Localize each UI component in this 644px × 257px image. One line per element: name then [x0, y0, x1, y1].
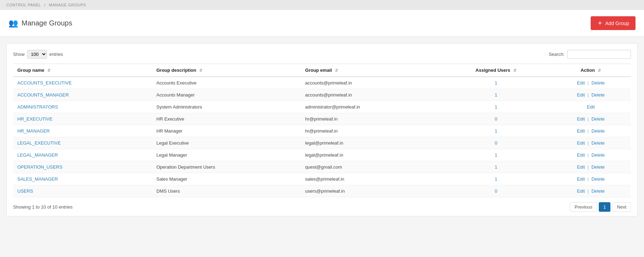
delete-action[interactable]: Delete — [591, 116, 605, 122]
page-1-button[interactable]: 1 — [599, 202, 610, 212]
cell-action: Edit | Delete — [551, 185, 631, 197]
edit-action[interactable]: Edit — [577, 80, 585, 86]
delete-action[interactable]: Delete — [591, 152, 605, 158]
table-header-row: Group name ⇵ Group description ⇵ Group e… — [13, 64, 631, 77]
col-group-description[interactable]: Group description ⇵ — [152, 64, 301, 77]
col-assigned-users[interactable]: Assigned Users ⇵ — [441, 64, 551, 77]
cell-action: Edit | Delete — [551, 113, 631, 125]
delete-action[interactable]: Delete — [591, 80, 605, 86]
cell-group-description: Legal Executive — [152, 137, 301, 149]
cell-group-description: Accounts Executive — [152, 77, 301, 89]
edit-action[interactable]: Edit — [587, 104, 595, 110]
delete-action[interactable]: Delete — [591, 176, 605, 182]
cell-assigned-users: 1 — [441, 161, 551, 173]
table-row: LEGAL_EXECUTIVELegal Executivelegal@prim… — [13, 137, 631, 149]
col-action[interactable]: Action ⇵ — [551, 64, 631, 77]
cell-group-name: HR_EXECUTIVE — [13, 113, 152, 125]
cell-group-email: legal@primeleaf.in — [301, 137, 441, 149]
edit-action[interactable]: Edit — [577, 164, 585, 170]
col-group-email[interactable]: Group email ⇵ — [301, 64, 441, 77]
cell-assigned-users: 1 — [441, 77, 551, 89]
next-page-button[interactable]: Next — [612, 202, 631, 212]
table-row: OPERATION_USERSOperation Department User… — [13, 161, 631, 173]
search-input[interactable] — [567, 50, 631, 59]
table-row: ACCOUNTS_MANAGERAccounts Manageraccounts… — [13, 89, 631, 101]
cell-group-name: LEGAL_EXECUTIVE — [13, 137, 152, 149]
cell-action: Edit | Delete — [551, 125, 631, 137]
cell-group-name: ADMINISTRATORS — [13, 101, 152, 113]
cell-action: Edit | Delete — [551, 161, 631, 173]
delete-action[interactable]: Delete — [591, 92, 605, 98]
previous-page-button[interactable]: Previous — [570, 202, 597, 212]
cell-assigned-users: 0 — [441, 137, 551, 149]
page-header: 👥 Manage Groups ＋ Add Group — [0, 10, 644, 37]
cell-assigned-users: 1 — [441, 101, 551, 113]
breadcrumb: CONTROL PANEL / MANAGE GROUPS — [0, 0, 644, 10]
cell-action: Edit | Delete — [551, 173, 631, 185]
show-label: Show — [13, 52, 25, 57]
sort-icon-group-description: ⇵ — [199, 68, 202, 73]
cell-assigned-users: 1 — [441, 89, 551, 101]
table-footer: Showing 1 to 10 of 10 entries Previous 1… — [13, 202, 631, 212]
delete-action[interactable]: Delete — [591, 188, 605, 194]
sort-icon-group-name: ⇵ — [47, 68, 51, 73]
action-separator: | — [586, 188, 590, 194]
cell-group-email: users@primeleaf.in — [301, 185, 441, 197]
search-area: Search: — [549, 50, 631, 59]
cell-group-email: quest@gmail.com — [301, 161, 441, 173]
cell-action: Edit | Delete — [551, 149, 631, 161]
pagination: Previous 1 Next — [570, 202, 631, 212]
cell-group-description: Sales Manager — [152, 173, 301, 185]
cell-group-email: legal@primeleaf.in — [301, 149, 441, 161]
cell-group-email: administrator@primeleaf.in — [301, 101, 441, 113]
cell-action: Edit | Delete — [551, 137, 631, 149]
cell-group-description: Accounts Manager — [152, 89, 301, 101]
cell-action: Edit | Delete — [551, 77, 631, 89]
cell-assigned-users: 0 — [441, 185, 551, 197]
cell-group-email: accounts@primeleaf.in — [301, 89, 441, 101]
add-group-button[interactable]: ＋ Add Group — [591, 16, 636, 30]
delete-action[interactable]: Delete — [591, 140, 605, 146]
cell-group-name: ACCOUNTS_MANAGER — [13, 89, 152, 101]
cell-group-name: ACCOUNTS_EXECUTIVE — [13, 77, 152, 89]
action-separator: | — [586, 140, 590, 146]
action-separator: | — [586, 164, 590, 170]
edit-action[interactable]: Edit — [577, 140, 585, 146]
action-separator: | — [586, 176, 590, 182]
search-label: Search: — [549, 52, 565, 57]
col-group-name[interactable]: Group name ⇵ — [13, 64, 152, 77]
cell-group-description: Legal Manager — [152, 149, 301, 161]
edit-action[interactable]: Edit — [577, 116, 585, 122]
action-separator: | — [586, 128, 590, 134]
cell-group-name: HR_MANAGER — [13, 125, 152, 137]
table-row: HR_MANAGERHR Managerhr@primeleaf.in1Edit… — [13, 125, 631, 137]
delete-action[interactable]: Delete — [591, 128, 605, 134]
edit-action[interactable]: Edit — [577, 92, 585, 98]
edit-action[interactable]: Edit — [577, 152, 585, 158]
cell-group-name: OPERATION_USERS — [13, 161, 152, 173]
action-separator: | — [586, 80, 590, 86]
table-row: SALES_MANAGERSales Managersales@primelea… — [13, 173, 631, 185]
edit-action[interactable]: Edit — [577, 128, 585, 134]
breadcrumb-item-control-panel[interactable]: CONTROL PANEL — [6, 3, 41, 7]
cell-group-description: System Administrators — [152, 101, 301, 113]
entries-select[interactable]: 10 25 50 100 — [27, 50, 47, 59]
cell-group-email: accounts@primeleaf.in — [301, 77, 441, 89]
manage-groups-icon: 👥 — [8, 19, 18, 28]
table-row: ADMINISTRATORSSystem Administratorsadmin… — [13, 101, 631, 113]
sort-icon-action: ⇵ — [598, 68, 601, 73]
edit-action[interactable]: Edit — [577, 188, 585, 194]
cell-group-name: USERS — [13, 185, 152, 197]
table-row: HR_EXECUTIVEHR Executivehr@primeleaf.in0… — [13, 113, 631, 125]
cell-group-email: hr@primeleaf.in — [301, 125, 441, 137]
action-separator: | — [586, 152, 590, 158]
entries-label: entries — [49, 52, 63, 57]
edit-action[interactable]: Edit — [577, 176, 585, 182]
table-controls: Show 10 25 50 100 entries Search: — [13, 50, 631, 59]
add-group-label: Add Group — [605, 21, 629, 26]
cell-assigned-users: 0 — [441, 113, 551, 125]
delete-action[interactable]: Delete — [591, 164, 605, 170]
breadcrumb-separator: / — [44, 3, 47, 7]
cell-assigned-users: 1 — [441, 125, 551, 137]
cell-group-description: HR Executive — [152, 113, 301, 125]
